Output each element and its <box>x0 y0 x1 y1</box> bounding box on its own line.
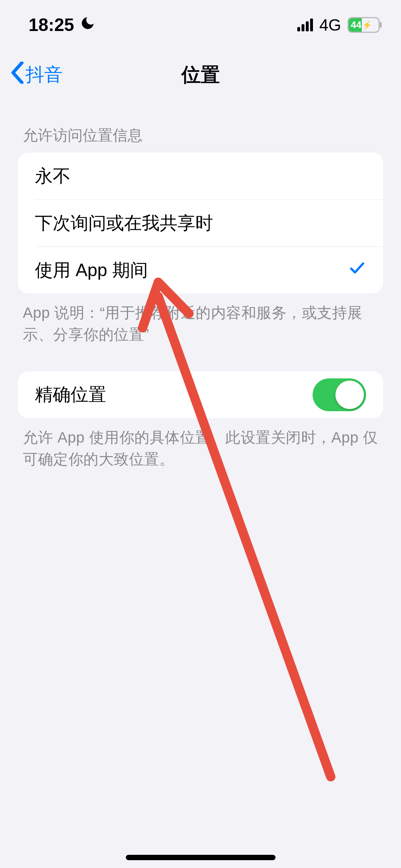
status-bar: 18:25 4G 44 ⚡ <box>0 0 401 50</box>
battery-percent: 44 <box>351 20 361 31</box>
option-label: 下次询问或在我共享时 <box>35 211 366 235</box>
home-indicator[interactable] <box>126 855 276 860</box>
back-button[interactable]: 抖音 <box>11 62 63 88</box>
precise-location-toggle[interactable] <box>313 378 366 411</box>
network-type: 4G <box>319 15 341 35</box>
section-footer-precise-location: 允许 App 使用你的具体位置。此设置关闭时，App 仅可确定你的大致位置。 <box>18 418 383 470</box>
toggle-knob <box>335 381 364 409</box>
location-access-group: 永不 下次询问或在我共享时 使用 App 期间 <box>18 153 383 294</box>
status-left: 18:25 <box>29 15 96 35</box>
option-label: 永不 <box>35 164 366 188</box>
back-label: 抖音 <box>26 62 63 87</box>
option-ask-next-time[interactable]: 下次询问或在我共享时 <box>18 200 383 247</box>
status-right: 4G 44 ⚡ <box>297 15 380 35</box>
navigation-bar: 抖音 位置 <box>0 50 401 100</box>
option-label: 使用 App 期间 <box>35 258 348 282</box>
section-footer-app-explanation: App 说明：“用于推荐附近的内容和服务，或支持展示、分享你的位置” <box>18 294 383 346</box>
status-time: 18:25 <box>29 15 74 35</box>
section-header-location-access: 允许访问位置信息 <box>18 100 383 153</box>
option-never[interactable]: 永不 <box>18 153 383 200</box>
precise-location-row[interactable]: 精确位置 <box>18 371 383 418</box>
chevron-left-icon <box>11 62 24 88</box>
do-not-disturb-icon <box>80 15 96 35</box>
precise-location-label: 精确位置 <box>35 383 313 407</box>
cellular-signal-icon <box>297 19 313 31</box>
precise-location-group: 精确位置 <box>18 371 383 418</box>
charging-bolt-icon: ⚡ <box>362 20 372 30</box>
option-while-using-app[interactable]: 使用 App 期间 <box>18 247 383 294</box>
battery-icon: 44 ⚡ <box>348 17 380 33</box>
checkmark-icon <box>348 259 366 281</box>
page-title: 位置 <box>181 62 220 88</box>
